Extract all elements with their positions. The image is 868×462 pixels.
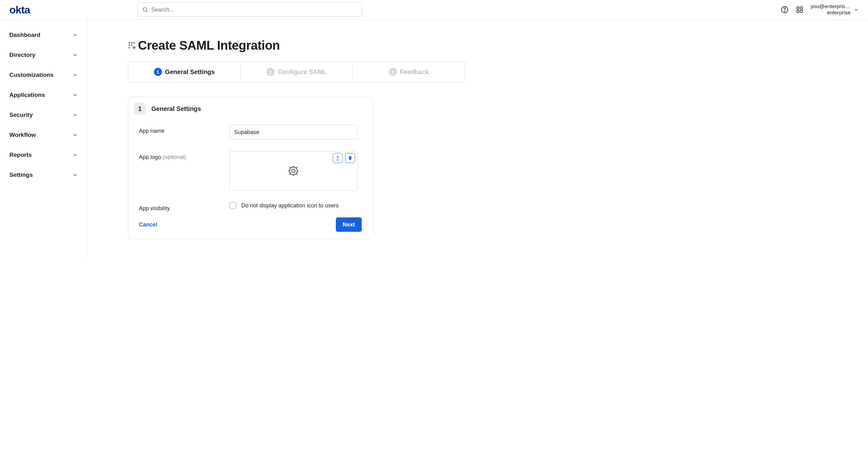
app-visibility-checkbox-label: Do not display application icon to users <box>241 202 339 209</box>
svg-rect-10 <box>133 42 134 44</box>
sidebar-item-applications[interactable]: Applications <box>6 87 81 103</box>
app-visibility-label: App visibility <box>139 202 229 212</box>
chevron-down-icon <box>73 32 78 37</box>
apps-grid-icon[interactable] <box>796 6 804 14</box>
step-feedback[interactable]: 3 Feedback <box>353 61 465 82</box>
sidebar-item-customizations[interactable]: Customizations <box>6 67 81 83</box>
topbar: okta you@enterpris… enterprise <box>0 0 868 20</box>
search-icon <box>142 6 148 13</box>
chevron-down-icon <box>73 152 78 157</box>
app-name-label: App name <box>139 125 229 134</box>
sidebar-item-label: Directory <box>9 52 35 58</box>
step-number: 1 <box>154 68 162 76</box>
next-button[interactable]: Next <box>336 218 362 232</box>
app-logo-label: App logo (optional) <box>139 151 229 161</box>
svg-rect-13 <box>129 47 130 48</box>
search-container <box>137 2 362 17</box>
trash-icon <box>348 155 353 161</box>
chevron-down-icon <box>73 112 78 117</box>
chevron-down-icon <box>73 92 78 97</box>
svg-rect-5 <box>800 7 802 9</box>
svg-point-0 <box>143 7 147 11</box>
user-menu[interactable]: you@enterpris… enterprise <box>811 3 859 16</box>
cancel-button[interactable]: Cancel <box>139 222 157 228</box>
user-org: enterprise <box>811 10 850 16</box>
sidebar-item-label: Applications <box>9 91 45 98</box>
sidebar-item-security[interactable]: Security <box>6 107 81 123</box>
app-visibility-checkbox[interactable] <box>229 202 236 209</box>
search-input[interactable] <box>151 6 358 13</box>
svg-rect-11 <box>129 45 130 46</box>
app-logo-dropzone[interactable] <box>229 151 358 191</box>
svg-rect-9 <box>131 42 132 44</box>
sidebar-item-reports[interactable]: Reports <box>6 147 81 163</box>
sidebar-item-label: Workflow <box>9 132 36 138</box>
svg-rect-6 <box>797 10 799 12</box>
step-number: 3 <box>389 68 397 76</box>
upload-logo-button[interactable] <box>333 153 343 163</box>
step-general-settings[interactable]: 1 General Settings <box>128 61 241 82</box>
svg-point-16 <box>292 169 295 173</box>
wizard-steps: 1 General Settings 2 Configure SAML 3 Fe… <box>128 61 465 83</box>
step-label: Feedback <box>400 68 429 76</box>
user-email: you@enterpris… <box>811 3 850 10</box>
sidebar-item-label: Reports <box>9 151 32 158</box>
sidebar-item-label: Settings <box>9 172 33 178</box>
upload-icon <box>335 155 340 161</box>
svg-rect-7 <box>800 10 802 12</box>
help-icon[interactable] <box>781 6 789 14</box>
topbar-actions: you@enterpris… enterprise <box>781 3 859 16</box>
svg-rect-12 <box>131 45 132 46</box>
general-settings-card: 1 General Settings App name App logo (op… <box>128 97 373 239</box>
sidebar-item-settings[interactable]: Settings <box>6 167 81 183</box>
svg-line-1 <box>146 11 148 12</box>
chevron-down-icon <box>854 7 859 12</box>
sidebar-item-label: Customizations <box>9 71 53 79</box>
sidebar-item-workflow[interactable]: Workflow <box>6 127 81 143</box>
section-title: General Settings <box>151 105 201 112</box>
okta-logo: okta <box>9 4 37 16</box>
gear-icon <box>287 165 300 177</box>
step-label: General Settings <box>165 68 215 76</box>
app-name-input[interactable] <box>229 125 358 140</box>
svg-point-3 <box>784 11 785 11</box>
svg-rect-8 <box>129 42 130 44</box>
main-content: Create SAML Integration 1 General Settin… <box>87 20 868 258</box>
sidebar-item-label: Security <box>9 112 33 118</box>
chevron-down-icon <box>73 53 78 57</box>
svg-point-17 <box>290 167 298 175</box>
chevron-down-icon <box>73 73 78 78</box>
step-number: 2 <box>267 68 275 76</box>
search-box[interactable] <box>137 2 362 17</box>
app-grid-add-icon <box>128 41 136 50</box>
chevron-down-icon <box>73 133 78 138</box>
sidebar-item-label: Dashboard <box>9 32 40 38</box>
step-configure-saml[interactable]: 2 Configure SAML <box>241 61 353 82</box>
sidebar-item-dashboard[interactable]: Dashboard <box>6 27 81 43</box>
step-label: Configure SAML <box>278 68 327 76</box>
chevron-down-icon <box>73 172 78 177</box>
page-title: Create SAML Integration <box>138 38 280 53</box>
svg-rect-4 <box>797 7 799 9</box>
delete-logo-button[interactable] <box>345 153 355 163</box>
section-number-badge: 1 <box>134 103 146 115</box>
sidebar: Dashboard Directory Customizations Appli… <box>0 20 87 258</box>
sidebar-item-directory[interactable]: Directory <box>6 47 81 63</box>
